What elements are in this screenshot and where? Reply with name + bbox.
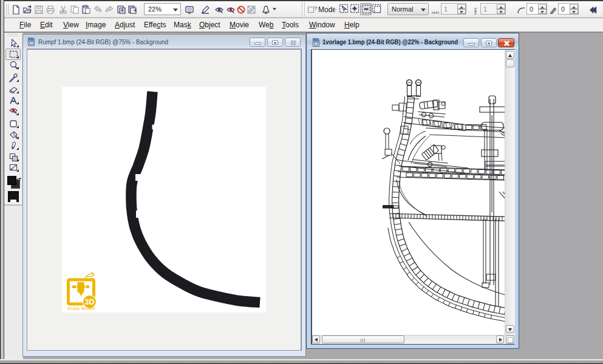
svg-text:?: ? (314, 5, 317, 12)
svg-text:Druck Modell: Druck Modell (67, 306, 95, 311)
svg-text:3D: 3D (85, 298, 95, 306)
